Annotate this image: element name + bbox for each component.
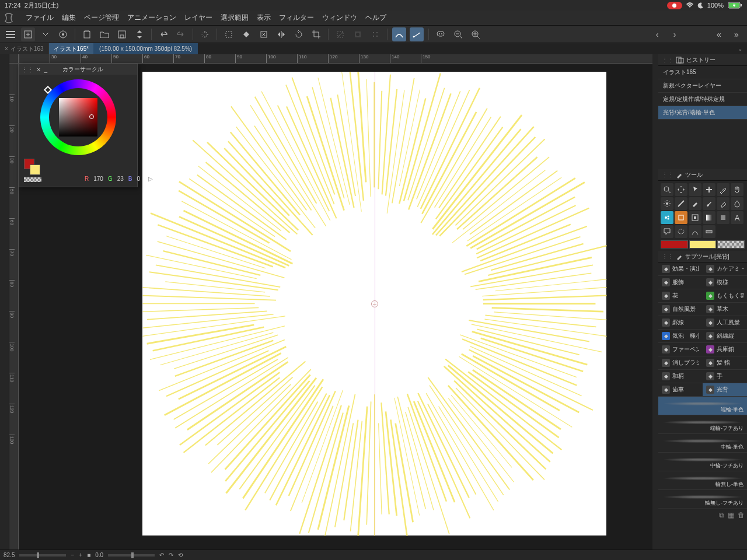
tool-curve[interactable] [689, 225, 701, 238]
subtool-cat[interactable]: ◆模様 [703, 276, 747, 289]
tools-panel-header[interactable]: ⋮⋮ ツール [658, 169, 747, 181]
tool-gradient[interactable] [703, 211, 715, 224]
zoom-slider[interactable] [19, 554, 66, 556]
panel-expand-right-icon[interactable]: » [729, 27, 743, 41]
history-item[interactable]: 光背/光背/端輪-単色 [658, 106, 747, 120]
folder-icon[interactable] [97, 27, 111, 41]
tab-overflow-icon[interactable]: ⌄ [733, 46, 747, 52]
subtool-cat[interactable]: ◆手 [703, 370, 747, 383]
deselect-button[interactable] [333, 27, 347, 41]
transparent-swatch-small[interactable] [24, 177, 41, 182]
tool-eraser[interactable] [717, 197, 729, 210]
redo-button[interactable] [174, 27, 188, 41]
menu-selection[interactable]: 選択範囲 [221, 13, 249, 23]
tool-line[interactable] [675, 197, 687, 210]
subtool-cat[interactable]: ◆効果・演出 [658, 262, 703, 276]
subtool-cat[interactable]: ◆兵庫鎖 [703, 343, 747, 356]
tool-pen2[interactable] [717, 183, 729, 196]
close-icon[interactable]: × [37, 66, 40, 73]
zoom-minus[interactable]: − [71, 552, 74, 558]
menu-layer[interactable]: レイヤー [184, 13, 212, 23]
tool-balloon[interactable] [661, 225, 673, 238]
tool-select[interactable] [675, 225, 687, 238]
app-logo-icon[interactable] [4, 13, 14, 23]
subtool-cat[interactable]: ◆服飾 [658, 276, 703, 289]
tab-active[interactable]: イラスト165* [49, 43, 94, 54]
fg-swatch[interactable] [661, 240, 688, 249]
scale-button[interactable] [257, 27, 271, 41]
subtool-cat[interactable]: ◆髪 指 [703, 356, 747, 370]
subtool-cat[interactable]: ◆草木 [703, 303, 747, 316]
sv-cursor[interactable] [89, 114, 94, 119]
tool-fill2[interactable] [717, 211, 729, 224]
tool-zoom[interactable] [661, 183, 673, 196]
tool-light[interactable] [661, 197, 673, 210]
subtool-cat[interactable]: ◆自然風景 [658, 303, 703, 316]
crop-button[interactable] [309, 27, 323, 41]
subtool-cat[interactable]: ◆和柄 [658, 370, 703, 383]
zoom-fit[interactable]: ■ [87, 552, 90, 558]
dropdown-icon[interactable] [39, 27, 53, 41]
menu-animation[interactable]: アニメーション [127, 13, 176, 23]
zoom-plus[interactable]: + [79, 552, 82, 558]
loading-icon[interactable] [198, 27, 212, 41]
tone-button[interactable] [368, 27, 382, 41]
add-icon[interactable]: ▦ [728, 511, 734, 519]
zoom-out-button[interactable] [451, 27, 465, 41]
subtool-cat[interactable]: ◆罫線 [658, 316, 703, 330]
tool-frame[interactable] [689, 211, 701, 224]
subtool-cat[interactable]: ◆ファーペン [658, 343, 703, 356]
flip-button[interactable] [274, 27, 288, 41]
minimize-icon[interactable]: _ [44, 66, 47, 73]
brush-item[interactable]: 輪無し-フチあり [658, 490, 747, 509]
tool-decoration[interactable] [661, 211, 673, 224]
panel-expand-left-icon[interactable]: « [712, 27, 726, 41]
canvas[interactable] [142, 72, 606, 536]
color-panel-titlebar[interactable]: ⋮⋮ × _ カラーサークル [19, 64, 137, 75]
bg-swatch[interactable] [689, 240, 717, 249]
brush-item[interactable]: 端輪-フチあり [658, 415, 747, 434]
duplicate-icon[interactable]: ⧉ [719, 511, 724, 519]
menu-edit[interactable]: 編集 [62, 13, 76, 23]
target-icon[interactable] [56, 27, 70, 41]
snap-ruler-button[interactable] [392, 27, 406, 41]
hamburger-icon[interactable] [4, 27, 18, 41]
subtool-cat[interactable]: ◆歯車 [658, 383, 703, 397]
subtool-cat[interactable]: ◆カケアミ・ [703, 262, 747, 276]
history-item[interactable]: 定規/定規作成/特殊定規 [658, 93, 747, 106]
subtool-cat[interactable]: ◆人工風景 [703, 316, 747, 330]
subtool-cat[interactable]: ◆花 [658, 289, 703, 303]
tool-figure[interactable] [675, 211, 687, 224]
angle-slider[interactable] [108, 554, 155, 556]
tab-inactive[interactable]: × イラスト163 [0, 43, 49, 54]
new-file-button[interactable] [21, 27, 35, 41]
tool-layermove[interactable] [703, 183, 715, 196]
dialog-icon[interactable] [434, 27, 448, 41]
sv-box[interactable] [59, 98, 97, 136]
open-file-button[interactable] [80, 27, 94, 41]
clear-button[interactable] [222, 27, 236, 41]
trash-icon[interactable]: 🗑 [738, 511, 745, 519]
menu-view[interactable]: 表示 [257, 13, 271, 23]
zoom-in-button[interactable] [469, 27, 483, 41]
history-item[interactable]: 新規ベクターレイヤー [658, 79, 747, 93]
undo-button[interactable] [156, 27, 170, 41]
updown-icon[interactable] [132, 27, 146, 41]
fill-button[interactable] [239, 27, 253, 41]
tool-pen3[interactable] [689, 197, 701, 210]
snap-special-button[interactable] [410, 27, 424, 41]
subtool-cat[interactable]: ◆斜線縦 [703, 330, 747, 343]
save-button[interactable] [115, 27, 129, 41]
menu-window[interactable]: ウィンドウ [322, 13, 357, 23]
rotate-reset-icon[interactable]: ⟲ [178, 552, 183, 558]
history-panel-header[interactable]: ⋮⋮ ヒストリー [658, 54, 747, 66]
tool-text[interactable]: A [731, 211, 743, 224]
brush-item[interactable]: 端輪-単色 [658, 397, 747, 415]
collapse-left-icon[interactable]: ‹ [650, 27, 664, 41]
subtool-cat[interactable]: ◆光背 [703, 383, 747, 397]
transparent-swatch[interactable] [717, 240, 745, 249]
history-item[interactable]: イラスト165 [658, 66, 747, 79]
color-circle-panel[interactable]: ⋮⋮ × _ カラーサークル R170 G23 B0 ▷ [19, 64, 138, 187]
subtool-cat[interactable]: ◆気泡 極小 [658, 330, 703, 343]
menu-filter[interactable]: フィルター [279, 13, 314, 23]
